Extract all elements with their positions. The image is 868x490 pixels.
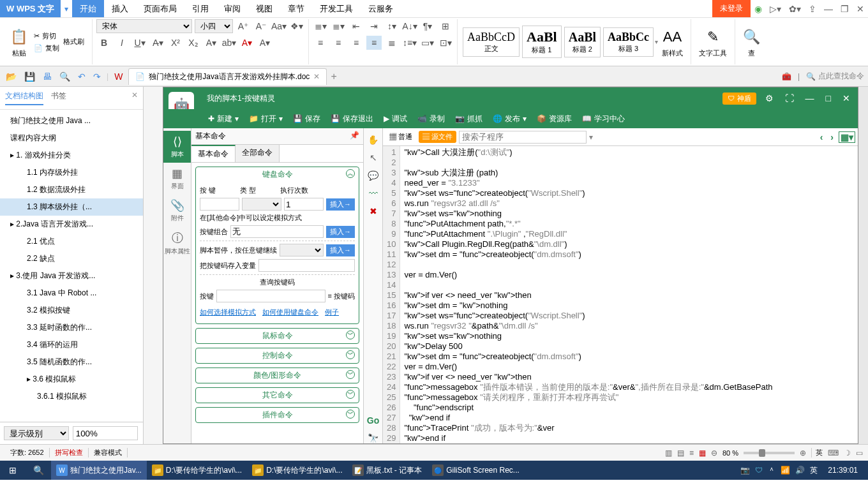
taskbar-item[interactable]: 📝黑板.txt - 记事本 — [347, 461, 427, 480]
copy-button[interactable]: 📄 复制 — [34, 43, 59, 53]
increase-font-icon[interactable]: A⁺ — [236, 19, 251, 33]
numbering-icon[interactable]: ≣▾ — [331, 19, 346, 33]
align-right-icon[interactable]: ≡ — [348, 36, 364, 50]
publish-button[interactable]: 🌐 发布 ▾ — [488, 114, 532, 124]
subscript-icon[interactable]: X₂ — [186, 36, 201, 50]
font-color-icon[interactable]: A▾ — [239, 36, 255, 50]
increase-indent-icon[interactable]: ⇥ — [366, 19, 382, 33]
outline-item[interactable]: 1.3 脚本级外挂（... — [0, 198, 143, 216]
start-button[interactable]: ⊞ — [0, 465, 26, 475]
insert-button-1[interactable]: 插入→ — [326, 198, 355, 211]
style-h1[interactable]: AaBl标题 1 — [522, 26, 562, 58]
settings-icon[interactable]: ⚙ — [763, 93, 776, 103]
capture-button[interactable]: 📷 抓抓 — [450, 114, 488, 124]
size-select[interactable]: 小四 — [195, 19, 233, 33]
search-command[interactable]: 🧰 | 🔍 点此查找命令 — [782, 71, 864, 82]
sync-icon[interactable]: ◉ — [751, 4, 766, 14]
stats-icon[interactable]: ▭ — [856, 449, 863, 457]
outline-item[interactable]: 3.1 Java 中 Robot ... — [0, 285, 143, 302]
section-keyboard[interactable]: 键盘命令︽ — [196, 167, 359, 182]
view1-icon[interactable]: ▥ — [665, 449, 672, 457]
record-button[interactable]: 📹 录制 — [412, 114, 450, 124]
cmd-section[interactable]: 鼠标命令︾ — [196, 329, 359, 343]
tab-view[interactable]: 视图 — [248, 0, 280, 17]
login-button[interactable]: 未登录 — [712, 0, 751, 17]
outline-item[interactable]: 2.2 缺点 — [0, 250, 143, 267]
shading-icon[interactable]: A▾ — [257, 36, 273, 50]
align-left-icon[interactable]: ≡ — [313, 36, 328, 50]
decrease-font-icon[interactable]: A⁻ — [253, 19, 269, 33]
tray-camera-icon[interactable]: 📷 — [740, 466, 750, 475]
bullets-icon[interactable]: ≣▾ — [313, 19, 328, 33]
new-button[interactable]: ✚ 新建 ▾ — [203, 114, 244, 124]
close-icon[interactable]: ✕ — [853, 4, 868, 14]
cut-button[interactable]: ✂ 剪切 — [34, 31, 59, 41]
style-h2[interactable]: AaBl标题 2 — [564, 27, 601, 57]
hand-icon[interactable]: ✋ — [368, 135, 378, 145]
expand-icon[interactable]: ︾ — [346, 370, 355, 379]
link-kbd-cmd[interactable]: 如何使用键盘命令 — [262, 308, 318, 317]
save-icon[interactable]: 💾 — [22, 71, 37, 82]
tab-devtools[interactable]: 开发工具 — [312, 0, 361, 17]
expand-icon[interactable]: ︾ — [346, 330, 355, 339]
format-painter-button[interactable]: 格式刷 — [59, 34, 88, 49]
text-effect-icon[interactable]: A▾ — [204, 36, 219, 50]
insert-button-2[interactable]: 插入→ — [326, 226, 355, 238]
italic-icon[interactable]: I — [114, 36, 130, 50]
distribute-icon[interactable]: ≣ — [384, 36, 400, 50]
zoom-input[interactable] — [73, 426, 138, 440]
outline-item[interactable]: 3.3 延时函数的作... — [0, 319, 143, 336]
tab-layout[interactable]: 页面布局 — [136, 0, 184, 17]
line-spacing-icon[interactable]: ↕≡▾ — [402, 36, 417, 50]
side-ui[interactable]: ▦界面 — [163, 163, 191, 195]
insert-button-3[interactable]: 插入→ — [326, 244, 355, 256]
taskbar-item[interactable]: 📁D:\要传给学生的\avi\... — [147, 461, 247, 480]
tab-bookmark[interactable]: 书签 — [51, 91, 66, 105]
taskbar-item[interactable]: 🔵GiliSoft Screen Rec... — [427, 461, 525, 480]
side-attach[interactable]: 📎附件 — [163, 195, 191, 226]
play-icon[interactable]: ▷▾ — [766, 4, 785, 14]
close-tab-icon[interactable]: ✕ — [313, 72, 320, 81]
cmd-section[interactable]: 控制命令︾ — [196, 348, 359, 363]
prev-icon[interactable]: ‹ — [818, 132, 826, 142]
expand-icon[interactable]: ⛶ — [782, 93, 797, 103]
minimize-icon[interactable]: — — [820, 4, 837, 14]
document-tab[interactable]: 📄 独门绝技之使用Java语言开发游戏外挂脚本.doc ✕ — [128, 68, 327, 85]
outline-item[interactable]: 2.1 优点 — [0, 233, 143, 250]
clock[interactable]: 21:39:01 — [823, 466, 863, 475]
outline-item[interactable]: ▸ 3.6 模拟鼠标 — [0, 371, 143, 388]
view-source-button[interactable]: ▤ 源文件 — [419, 131, 456, 143]
binoculars-icon[interactable]: 🔭 — [368, 433, 378, 443]
strike-icon[interactable]: A̶▾ — [150, 36, 165, 50]
zoom-out-icon[interactable]: ⊖ — [711, 449, 717, 457]
search-sub-input[interactable] — [459, 131, 587, 144]
outline-item[interactable]: 3.4 循环的运用 — [0, 336, 143, 353]
highlight-icon[interactable]: ab▾ — [221, 36, 237, 50]
outline-item[interactable]: 3.6.1 模拟鼠标 — [0, 388, 143, 405]
grid-icon[interactable]: ▦▾ — [839, 131, 855, 143]
decrease-indent-icon[interactable]: ⇤ — [348, 19, 364, 33]
var-input[interactable] — [258, 259, 355, 272]
combo-input[interactable] — [230, 225, 324, 238]
tab-chapter[interactable]: 章节 — [280, 0, 312, 17]
redo-icon[interactable]: ↷ — [91, 71, 103, 82]
app-maximize-icon[interactable]: □ — [823, 93, 834, 103]
type-select[interactable] — [242, 198, 281, 211]
tray-wifi-icon[interactable]: 📶 — [781, 466, 790, 475]
save-button[interactable]: 💾 保存 — [288, 114, 326, 124]
outline-item[interactable]: 1.1 内存级外挂 — [0, 164, 143, 181]
ime-indicator[interactable]: 英 — [811, 448, 823, 457]
preview-icon[interactable]: 🔍 — [57, 71, 72, 82]
spellcheck-toggle[interactable]: 拼写检查 — [50, 448, 89, 457]
debug-button[interactable]: ▶ 调试 — [378, 114, 412, 124]
brush-icon[interactable]: 〰 — [369, 188, 378, 198]
view2-icon[interactable]: ▤ — [677, 449, 684, 457]
align-center-icon[interactable]: ≡ — [331, 36, 346, 50]
outline-item[interactable]: 1.2 数据流级外挂 — [0, 181, 143, 198]
pause-sel[interactable] — [280, 244, 324, 256]
borders-icon[interactable]: ⊞ — [438, 19, 453, 33]
tray-volume-icon[interactable]: 🔊 — [795, 466, 805, 475]
open-button[interactable]: 📁 打开 ▾ — [244, 114, 288, 124]
expand-icon[interactable]: ︾ — [346, 410, 355, 419]
outline-list[interactable]: 独门绝技之使用 Java ...课程内容大纲▸ 1. 游戏外挂分类1.1 内存级… — [0, 110, 143, 422]
